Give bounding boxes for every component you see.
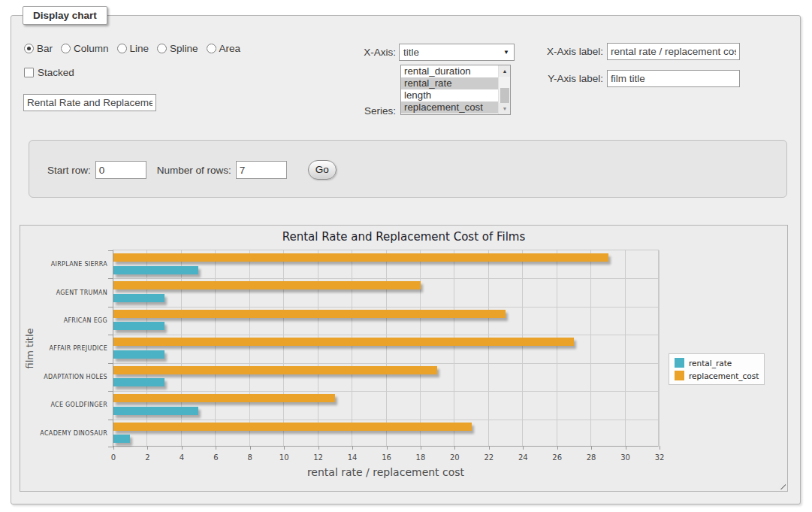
x-tick-label: 4 <box>167 453 197 462</box>
bar-replacement_cost <box>113 366 437 374</box>
scroll-up-icon[interactable]: ▲ <box>499 65 511 77</box>
x-axis-tick <box>284 446 285 450</box>
x-tick-label: 2 <box>132 453 162 462</box>
x-tick-label: 10 <box>269 453 299 462</box>
scroll-down-icon[interactable]: ▼ <box>499 103 511 114</box>
radio-line[interactable] <box>117 44 127 53</box>
series-option-replacement_cost[interactable]: replacement_cost <box>401 101 498 114</box>
radio-option-spline[interactable]: Spline <box>157 43 198 54</box>
gridline-vertical <box>488 250 489 446</box>
gridline-horizontal <box>113 335 658 335</box>
radio-option-area[interactable]: Area <box>207 43 241 54</box>
radio-label: Area <box>219 43 241 54</box>
x-tick-label: 22 <box>474 453 504 462</box>
bar-rental_rate <box>113 294 165 302</box>
gridline-horizontal <box>113 391 658 392</box>
series-select-label: Series: <box>327 105 396 117</box>
start-row-label: Start row: <box>47 165 91 176</box>
chart-title-input[interactable] <box>23 94 156 111</box>
radio-option-line[interactable]: Line <box>117 43 149 54</box>
stacked-label: Stacked <box>38 67 74 78</box>
x-axis-select[interactable]: title ▼ <box>399 44 515 61</box>
y-axis-tick <box>108 447 113 447</box>
x-tick-label: 14 <box>337 453 367 462</box>
series-option-rental_duration[interactable]: rental_duration <box>401 65 498 77</box>
gridline-vertical <box>283 250 284 446</box>
stacked-checkbox[interactable] <box>24 68 34 77</box>
chart-container: Rental Rate and Replacement Cost of Film… <box>20 225 788 492</box>
x-axis-selected-value: title <box>403 47 419 58</box>
page: { "panel": { "legend": "Display chart" }… <box>0 0 812 512</box>
legend-item: replacement_cost <box>675 371 759 380</box>
num-rows-input[interactable] <box>236 161 287 179</box>
radio-area[interactable] <box>207 44 216 53</box>
radio-column[interactable] <box>61 44 71 53</box>
radio-label: Line <box>130 43 149 54</box>
bar-rental_rate <box>113 322 165 330</box>
y-category-label: AFRICAN EGG <box>22 307 107 335</box>
rows-panel: Start row: Number of rows: Go <box>29 140 787 198</box>
x-axis-tick <box>250 446 251 450</box>
radio-bar[interactable] <box>24 44 34 53</box>
y-axis-tick <box>108 420 113 420</box>
legend-swatch-rental_rate <box>675 358 684 368</box>
chart-type-radios: BarColumnLineSplineArea <box>24 43 240 54</box>
y-category-label: AIRPLANE SIERRA <box>22 250 107 278</box>
x-tick-label: 24 <box>508 453 538 462</box>
num-rows-label: Number of rows: <box>157 165 231 176</box>
resize-grip-icon[interactable] <box>777 480 786 489</box>
y-category-label: ADAPTATION HOLES <box>22 363 107 391</box>
radio-spline[interactable] <box>157 44 167 53</box>
radio-option-column[interactable]: Column <box>61 43 109 54</box>
x-tick-label: 30 <box>611 453 641 462</box>
x-axis-title: rental rate / replacement cost <box>113 466 659 478</box>
x-axis-tick <box>489 446 490 450</box>
bar-replacement_cost <box>113 281 421 289</box>
gridline-vertical <box>181 250 182 446</box>
gridline-vertical <box>625 250 626 446</box>
stacked-option[interactable]: Stacked <box>24 67 74 78</box>
scrollbar-thumb[interactable] <box>500 88 509 105</box>
radio-label: Column <box>74 43 109 54</box>
y-axis-tick <box>108 391 113 392</box>
gridline-horizontal <box>113 307 658 308</box>
bar-rental_rate <box>113 266 198 274</box>
x-axis-label-caption: X-Axis label: <box>537 46 603 57</box>
series-option-rental_rate[interactable]: rental_rate <box>401 77 498 89</box>
x-axis-tick <box>318 446 319 450</box>
gridline-vertical <box>352 250 352 446</box>
series-listbox-options: rental_durationrental_ratelengthreplacem… <box>401 65 498 114</box>
y-category-label: AGENT TRUMAN <box>22 278 107 306</box>
legend-swatch-replacement_cost <box>675 371 684 380</box>
radio-label: Spline <box>170 43 198 54</box>
y-axis-label-input[interactable] <box>607 70 740 87</box>
radio-option-bar[interactable]: Bar <box>24 43 53 54</box>
go-button[interactable]: Go <box>308 160 337 180</box>
series-listbox[interactable]: rental_durationrental_ratelengthreplacem… <box>400 65 511 115</box>
bar-replacement_cost <box>113 423 472 431</box>
gridline-vertical <box>146 250 147 446</box>
x-axis-label-input[interactable] <box>607 43 740 60</box>
gridline-vertical <box>659 250 660 446</box>
chevron-down-icon: ▼ <box>503 49 509 56</box>
plot-area: AIRPLANE SIERRAAGENT TRUMANAFRICAN EGGAF… <box>113 250 659 447</box>
y-category-label: AFFAIR PREJUDICE <box>22 335 107 362</box>
bar-rental_rate <box>113 378 165 386</box>
x-tick-label: 32 <box>644 453 675 462</box>
y-category-label: ACADEMY DINOSAUR <box>22 420 107 447</box>
radio-label: Bar <box>37 43 53 54</box>
series-option-length[interactable]: length <box>401 89 498 101</box>
gridline-vertical <box>386 250 387 446</box>
x-tick-label: 12 <box>303 453 334 462</box>
x-tick-label: 16 <box>372 453 402 462</box>
x-tick-label: 6 <box>201 453 231 462</box>
x-axis-tick <box>591 446 592 450</box>
start-row-input[interactable] <box>95 161 146 179</box>
series-listbox-scrollbar[interactable]: ▲ ▼ <box>498 65 510 114</box>
x-axis-tick <box>352 446 353 450</box>
bar-replacement_cost <box>113 338 574 346</box>
legend-label: replacement_cost <box>689 371 759 380</box>
chart-legend: rental_ratereplacement_cost <box>669 353 765 385</box>
y-axis-tick <box>108 250 113 251</box>
x-axis-tick <box>147 446 148 450</box>
